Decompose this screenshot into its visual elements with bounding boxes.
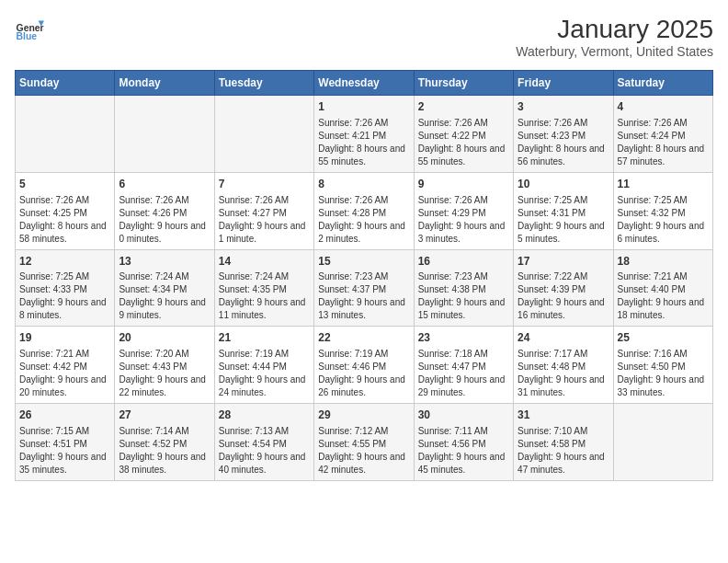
calendar-cell: 16Sunrise: 7:23 AM Sunset: 4:38 PM Dayli… (414, 249, 513, 327)
calendar-cell: 30Sunrise: 7:11 AM Sunset: 4:56 PM Dayli… (414, 404, 513, 481)
logo-icon: General Blue (15, 15, 44, 44)
calendar-cell: 5Sunrise: 7:26 AM Sunset: 4:25 PM Daylig… (16, 172, 115, 249)
day-info: Sunrise: 7:16 AM Sunset: 4:50 PM Dayligh… (618, 348, 709, 399)
title-block: January 2025 Waterbury, Vermont, United … (516, 15, 713, 59)
day-info: Sunrise: 7:26 AM Sunset: 4:21 PM Dayligh… (318, 117, 409, 168)
day-info: Sunrise: 7:21 AM Sunset: 4:42 PM Dayligh… (19, 348, 110, 399)
day-number: 4 (618, 99, 709, 115)
day-info: Sunrise: 7:23 AM Sunset: 4:38 PM Dayligh… (418, 270, 509, 322)
day-info: Sunrise: 7:14 AM Sunset: 4:52 PM Dayligh… (119, 425, 210, 477)
calendar-table: SundayMondayTuesdayWednesdayThursdayFrid… (15, 70, 713, 481)
calendar-subtitle: Waterbury, Vermont, United States (516, 44, 713, 59)
day-number: 9 (418, 177, 509, 192)
day-number: 3 (518, 99, 609, 115)
day-number: 13 (119, 254, 210, 270)
calendar-week-row: 19Sunrise: 7:21 AM Sunset: 4:42 PM Dayli… (16, 327, 713, 404)
day-number: 17 (518, 254, 609, 270)
day-info: Sunrise: 7:20 AM Sunset: 4:43 PM Dayligh… (119, 348, 210, 399)
day-number: 20 (119, 330, 210, 346)
calendar-cell: 7Sunrise: 7:26 AM Sunset: 4:27 PM Daylig… (214, 172, 313, 249)
calendar-cell (16, 96, 115, 173)
day-number: 10 (518, 177, 609, 192)
day-number: 23 (418, 330, 509, 346)
calendar-cell: 4Sunrise: 7:26 AM Sunset: 4:24 PM Daylig… (613, 96, 712, 173)
weekday-header: Sunday (16, 71, 115, 96)
calendar-cell (613, 404, 712, 481)
day-info: Sunrise: 7:26 AM Sunset: 4:25 PM Dayligh… (19, 194, 110, 246)
calendar-cell: 26Sunrise: 7:15 AM Sunset: 4:51 PM Dayli… (16, 404, 115, 481)
calendar-cell: 19Sunrise: 7:21 AM Sunset: 4:42 PM Dayli… (16, 327, 115, 404)
day-info: Sunrise: 7:26 AM Sunset: 4:28 PM Dayligh… (318, 194, 409, 246)
calendar-cell: 21Sunrise: 7:19 AM Sunset: 4:44 PM Dayli… (214, 327, 313, 404)
weekday-header: Wednesday (314, 71, 414, 96)
calendar-cell: 3Sunrise: 7:26 AM Sunset: 4:23 PM Daylig… (514, 96, 613, 173)
day-info: Sunrise: 7:26 AM Sunset: 4:27 PM Dayligh… (219, 194, 310, 246)
day-info: Sunrise: 7:15 AM Sunset: 4:51 PM Dayligh… (19, 425, 110, 477)
calendar-week-row: 1Sunrise: 7:26 AM Sunset: 4:21 PM Daylig… (16, 96, 713, 173)
calendar-cell: 11Sunrise: 7:25 AM Sunset: 4:32 PM Dayli… (613, 172, 712, 249)
day-info: Sunrise: 7:26 AM Sunset: 4:26 PM Dayligh… (119, 194, 210, 246)
calendar-cell: 29Sunrise: 7:12 AM Sunset: 4:55 PM Dayli… (314, 404, 414, 481)
day-info: Sunrise: 7:21 AM Sunset: 4:40 PM Dayligh… (618, 270, 709, 322)
day-info: Sunrise: 7:22 AM Sunset: 4:39 PM Dayligh… (518, 270, 609, 322)
day-number: 1 (318, 99, 409, 115)
day-info: Sunrise: 7:10 AM Sunset: 4:58 PM Dayligh… (518, 425, 609, 477)
calendar-cell: 9Sunrise: 7:26 AM Sunset: 4:29 PM Daylig… (414, 172, 513, 249)
calendar-cell: 27Sunrise: 7:14 AM Sunset: 4:52 PM Dayli… (115, 404, 214, 481)
day-info: Sunrise: 7:19 AM Sunset: 4:46 PM Dayligh… (318, 348, 409, 399)
calendar-cell: 31Sunrise: 7:10 AM Sunset: 4:58 PM Dayli… (514, 404, 613, 481)
day-number: 5 (19, 177, 110, 192)
day-number: 24 (518, 330, 609, 346)
day-info: Sunrise: 7:24 AM Sunset: 4:35 PM Dayligh… (219, 270, 310, 322)
day-number: 27 (119, 408, 210, 423)
day-number: 15 (318, 254, 409, 270)
weekday-header: Saturday (613, 71, 712, 96)
calendar-cell: 24Sunrise: 7:17 AM Sunset: 4:48 PM Dayli… (514, 327, 613, 404)
calendar-cell (115, 96, 214, 173)
calendar-cell: 25Sunrise: 7:16 AM Sunset: 4:50 PM Dayli… (613, 327, 712, 404)
weekday-header: Tuesday (214, 71, 313, 96)
calendar-cell: 18Sunrise: 7:21 AM Sunset: 4:40 PM Dayli… (613, 249, 712, 327)
calendar-cell: 15Sunrise: 7:23 AM Sunset: 4:37 PM Dayli… (314, 249, 414, 327)
calendar-cell (214, 96, 313, 173)
weekday-header: Friday (514, 71, 613, 96)
weekday-header: Monday (115, 71, 214, 96)
day-number: 21 (219, 330, 310, 346)
calendar-cell: 14Sunrise: 7:24 AM Sunset: 4:35 PM Dayli… (214, 249, 313, 327)
day-number: 16 (418, 254, 509, 270)
day-number: 31 (518, 408, 609, 423)
day-number: 14 (219, 254, 310, 270)
calendar-cell: 20Sunrise: 7:20 AM Sunset: 4:43 PM Dayli… (115, 327, 214, 404)
day-info: Sunrise: 7:26 AM Sunset: 4:24 PM Dayligh… (618, 117, 709, 168)
day-info: Sunrise: 7:26 AM Sunset: 4:29 PM Dayligh… (418, 194, 509, 246)
day-info: Sunrise: 7:11 AM Sunset: 4:56 PM Dayligh… (418, 425, 509, 477)
calendar-cell: 17Sunrise: 7:22 AM Sunset: 4:39 PM Dayli… (514, 249, 613, 327)
day-number: 6 (119, 177, 210, 192)
day-info: Sunrise: 7:18 AM Sunset: 4:47 PM Dayligh… (418, 348, 509, 399)
day-number: 22 (318, 330, 409, 346)
calendar-cell: 13Sunrise: 7:24 AM Sunset: 4:34 PM Dayli… (115, 249, 214, 327)
day-number: 2 (418, 99, 509, 115)
day-info: Sunrise: 7:25 AM Sunset: 4:31 PM Dayligh… (518, 194, 609, 246)
page-header: General Blue January 2025 Waterbury, Ver… (15, 15, 713, 59)
calendar-cell: 23Sunrise: 7:18 AM Sunset: 4:47 PM Dayli… (414, 327, 513, 404)
day-number: 30 (418, 408, 509, 423)
calendar-week-row: 12Sunrise: 7:25 AM Sunset: 4:33 PM Dayli… (16, 249, 713, 327)
svg-text:Blue: Blue (17, 31, 38, 41)
calendar-cell: 2Sunrise: 7:26 AM Sunset: 4:22 PM Daylig… (414, 96, 513, 173)
day-info: Sunrise: 7:24 AM Sunset: 4:34 PM Dayligh… (119, 270, 210, 322)
day-info: Sunrise: 7:17 AM Sunset: 4:48 PM Dayligh… (518, 348, 609, 399)
day-number: 11 (618, 177, 709, 192)
weekday-header-row: SundayMondayTuesdayWednesdayThursdayFrid… (16, 71, 713, 96)
calendar-week-row: 26Sunrise: 7:15 AM Sunset: 4:51 PM Dayli… (16, 404, 713, 481)
day-info: Sunrise: 7:23 AM Sunset: 4:37 PM Dayligh… (318, 270, 409, 322)
day-info: Sunrise: 7:12 AM Sunset: 4:55 PM Dayligh… (318, 425, 409, 477)
day-number: 8 (318, 177, 409, 192)
day-info: Sunrise: 7:19 AM Sunset: 4:44 PM Dayligh… (219, 348, 310, 399)
day-number: 25 (618, 330, 709, 346)
calendar-title: January 2025 (516, 15, 713, 44)
day-number: 7 (219, 177, 310, 192)
calendar-cell: 12Sunrise: 7:25 AM Sunset: 4:33 PM Dayli… (16, 249, 115, 327)
day-info: Sunrise: 7:25 AM Sunset: 4:32 PM Dayligh… (618, 194, 709, 246)
weekday-header: Thursday (414, 71, 513, 96)
